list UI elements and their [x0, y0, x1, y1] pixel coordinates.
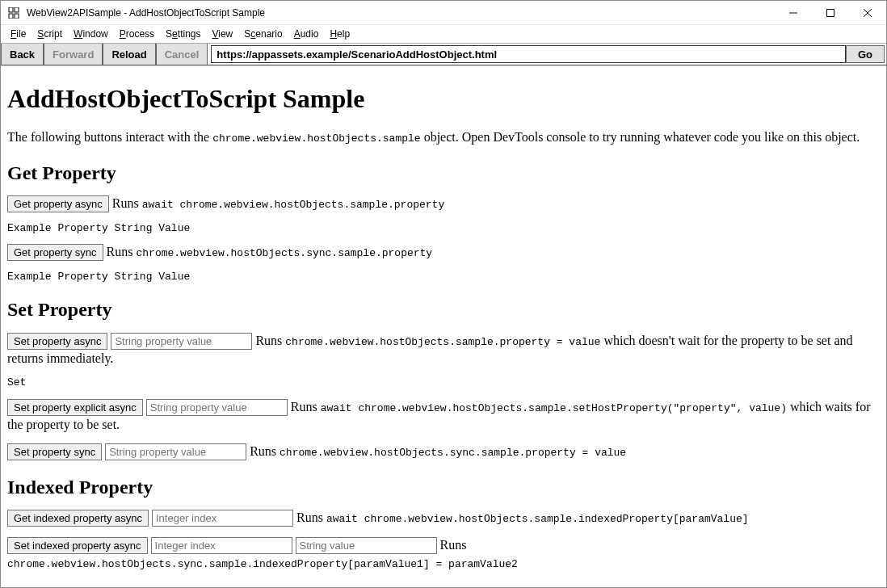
intro-text-post: object. Open DevTools console to try run… — [421, 130, 860, 144]
row-set-explicit: Set property explicit async Runs await c… — [7, 398, 880, 434]
code-set-explicit: await chrome.webview.hostObjects.sample.… — [321, 402, 787, 414]
get-indexed-property-async-button[interactable]: Get indexed property async — [7, 510, 149, 527]
menu-view[interactable]: View — [207, 27, 238, 41]
code-set-idx-async: chrome.webview.hostObjects.sync.sample.i… — [7, 558, 518, 570]
navbar: Back Forward Reload Cancel Go — [1, 43, 886, 65]
set-indexed-property-async-button[interactable]: Set indexed property async — [7, 537, 148, 554]
menu-scenario[interactable]: Scenario — [239, 27, 287, 41]
result-set-async: Set — [7, 376, 880, 388]
get-idx-async-index-input[interactable] — [152, 510, 293, 527]
set-property-sync-button[interactable]: Set property sync — [7, 443, 102, 460]
result-get-async: Example Property String Value — [7, 222, 880, 234]
code-get-idx-async: await chrome.webview.hostObjects.sample.… — [326, 513, 749, 525]
set-explicit-input[interactable] — [146, 399, 288, 416]
code-get-sync: chrome.webview.hostObjects.sync.sample.p… — [137, 247, 433, 259]
result-get-sync: Example Property String Value — [7, 271, 880, 283]
svg-rect-1 — [15, 7, 19, 12]
runs-label: Runs — [296, 510, 326, 524]
get-property-sync-button[interactable]: Get property sync — [7, 244, 103, 261]
runs-label: Runs — [112, 196, 142, 210]
row-get-idx-async: Get indexed property async Runs await ch… — [7, 510, 880, 527]
set-async-input[interactable] — [111, 333, 252, 350]
runs-label: Runs — [291, 400, 321, 414]
runs-label: Runs — [250, 444, 280, 458]
menu-process[interactable]: Process — [115, 27, 159, 41]
titlebar: WebView2APISample - AddHostObjectToScrip… — [1, 1, 886, 25]
close-button[interactable] — [849, 1, 886, 25]
page-title: AddHostObjectToScript Sample — [7, 84, 880, 114]
go-button[interactable]: Go — [846, 45, 885, 63]
code-set-async: chrome.webview.hostObjects.sample.proper… — [285, 336, 600, 348]
heading-indexed-property: Indexed Property — [7, 477, 880, 498]
row-set-idx-async: Set indexed property async Runs chrome.w… — [7, 536, 880, 572]
set-sync-input[interactable] — [105, 443, 246, 460]
set-property-explicit-async-button[interactable]: Set property explicit async — [7, 399, 143, 416]
address-input[interactable] — [211, 45, 846, 63]
menu-window[interactable]: Window — [69, 27, 113, 41]
page-scroll[interactable]: AddHostObjectToScript Sample The followi… — [1, 66, 886, 587]
set-idx-async-index-input[interactable] — [151, 537, 292, 554]
svg-rect-2 — [9, 14, 13, 19]
heading-get-property: Get Property — [7, 162, 880, 184]
svg-rect-0 — [9, 7, 13, 12]
forward-button[interactable]: Forward — [44, 44, 103, 65]
row-set-sync: Set property sync Runs chrome.webview.ho… — [7, 443, 880, 460]
window-controls — [775, 1, 886, 25]
runs-label: Runs — [107, 245, 137, 258]
intro-code: chrome.webview.hostObjects.sample — [212, 132, 420, 145]
app-window: WebView2APISample - AddHostObjectToScrip… — [0, 0, 887, 588]
svg-rect-5 — [827, 9, 834, 16]
viewport: AddHostObjectToScript Sample The followi… — [1, 65, 886, 587]
intro-paragraph: The following buttons interact with the … — [7, 128, 880, 146]
code-set-sync: chrome.webview.hostObjects.sync.sample.p… — [280, 447, 626, 459]
back-button[interactable]: Back — [1, 44, 44, 65]
menu-settings[interactable]: Settings — [161, 27, 205, 41]
runs-label: Runs — [440, 538, 467, 552]
cancel-button[interactable]: Cancel — [156, 44, 208, 65]
minimize-button[interactable] — [775, 1, 812, 25]
heading-set-property: Set Property — [7, 299, 880, 321]
svg-rect-3 — [15, 14, 19, 19]
menu-file[interactable]: File — [6, 27, 31, 41]
reload-button[interactable]: Reload — [103, 44, 155, 65]
row-set-async: Set property async Runs chrome.webview.h… — [7, 332, 880, 368]
menubar: File Script Window Process Settings View… — [1, 25, 886, 43]
app-icon — [7, 6, 20, 19]
window-title: WebView2APISample - AddHostObjectToScrip… — [27, 7, 775, 19]
menu-help[interactable]: Help — [325, 27, 355, 41]
set-idx-async-value-input[interactable] — [296, 537, 437, 554]
intro-text-pre: The following buttons interact with the — [7, 130, 212, 144]
row-get-async: Get property async Runs await chrome.web… — [7, 195, 880, 212]
code-get-async: await chrome.webview.hostObjects.sample.… — [142, 199, 444, 211]
get-property-async-button[interactable]: Get property async — [7, 195, 109, 212]
menu-audio[interactable]: Audio — [289, 27, 324, 41]
menu-script[interactable]: Script — [32, 27, 67, 41]
row-get-sync: Get property sync Runs chrome.webview.ho… — [7, 244, 880, 261]
set-property-async-button[interactable]: Set property async — [7, 333, 107, 350]
runs-label: Runs — [255, 334, 285, 347]
maximize-button[interactable] — [812, 1, 849, 25]
